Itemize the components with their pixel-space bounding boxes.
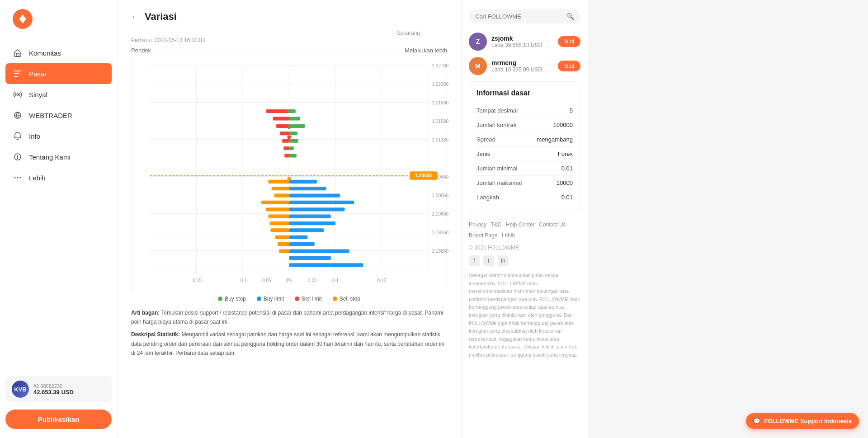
chart-legend: Buy stop Buy limit Sell limit Sell stop xyxy=(131,296,447,302)
sidebar-item-tentang-label: Tentang Kami xyxy=(29,153,71,161)
right-panel: 🔍 Z zsjomk Laba 39,585.13 USD Ikuti M mr… xyxy=(461,0,588,438)
follow-info-2: mrmeng Laba 10,235.00 USD xyxy=(491,59,553,73)
back-button[interactable]: ← xyxy=(131,12,139,22)
sidebar-item-lebih[interactable]: Lebih xyxy=(0,167,117,188)
svg-rect-81 xyxy=(279,249,289,253)
svg-text:-0.05: -0.05 xyxy=(261,278,272,283)
svg-rect-69 xyxy=(289,256,331,260)
variasi-chart: 1.22780 1.22380 1.21980 1.21580 1.21180 … xyxy=(131,56,447,290)
svg-text:1.21980: 1.21980 xyxy=(432,100,448,105)
svg-rect-50 xyxy=(289,154,297,157)
info-val-maksimal: 10000 xyxy=(557,179,573,186)
search-icon: 🔍 xyxy=(566,13,574,20)
info-dasar-title: Informasi dasar xyxy=(476,89,573,97)
main-content: ← Variasi Sekarang Perbarui: 2021-05-13 … xyxy=(118,0,461,438)
info-row-langkah: Langkah 0.01 xyxy=(476,190,573,204)
svg-rect-72 xyxy=(272,187,289,190)
chart-description: Arti bagan: Temukan posisi support / res… xyxy=(131,308,447,358)
facebook-icon[interactable]: f xyxy=(469,255,480,266)
user-follow-card-1: Z zsjomk Laba 39,585.13 USD Ikuti xyxy=(469,33,580,51)
label-pendek: Pendek xyxy=(131,47,151,54)
footer-contact[interactable]: Contact Us xyxy=(539,221,566,228)
info-row-minimal: Jumlah minimal 0.01 xyxy=(476,161,573,176)
footer-links: Privacy T&C Help Center Contact Us Brand… xyxy=(469,219,580,241)
search-bar[interactable]: 🔍 xyxy=(469,9,580,24)
info-key-kontrak: Jumlah kontrak xyxy=(476,122,516,128)
signal-icon xyxy=(13,89,23,99)
user-info: #2 60082230 42,653.39 USD xyxy=(33,383,74,396)
sidebar-item-komunitas[interactable]: Komunitas xyxy=(0,42,117,63)
footer-tnc[interactable]: T&C xyxy=(491,221,501,228)
info-val-spread: mengambang xyxy=(537,136,573,143)
svg-rect-65 xyxy=(289,228,324,232)
update-time: Perbarui: 2021-05-13 16:00:03 xyxy=(131,37,447,43)
info-row-spread: Spread mengambang xyxy=(476,132,573,147)
more-icon xyxy=(13,173,23,183)
svg-rect-46 xyxy=(289,124,305,128)
svg-text:1.19660: 1.19660 xyxy=(432,212,448,217)
follow-avatar-1: Z xyxy=(469,33,487,51)
publish-button[interactable]: Publikasikan xyxy=(5,410,112,429)
search-input[interactable] xyxy=(475,13,563,20)
bell-icon xyxy=(13,131,23,141)
copyright: © 2021 FOLLOWME xyxy=(469,245,580,251)
app-logo[interactable] xyxy=(13,9,33,29)
ikuti-button-1[interactable]: Ikuti xyxy=(558,36,580,47)
footer-lebih[interactable]: Lebih xyxy=(502,232,515,239)
svg-text:0.15: 0.15 xyxy=(377,278,387,283)
user-card[interactable]: KVB #2 60082230 42,653.39 USD xyxy=(5,376,112,402)
sidebar-item-komunitas-label: Komunitas xyxy=(29,49,61,57)
info-icon xyxy=(13,152,23,162)
footer-privacy[interactable]: Privacy xyxy=(469,221,486,228)
info-val-minimal: 0.01 xyxy=(561,165,573,172)
sidebar-item-info[interactable]: Info xyxy=(0,126,117,146)
sidebar-item-pasar-label: Pasar xyxy=(29,70,47,78)
svg-rect-75 xyxy=(266,207,289,211)
svg-rect-64 xyxy=(289,221,336,225)
svg-rect-48 xyxy=(289,139,299,142)
sell-limit-label: Sell limit xyxy=(302,296,322,302)
svg-rect-59 xyxy=(289,187,326,190)
svg-rect-47 xyxy=(289,132,297,135)
svg-point-1 xyxy=(20,17,25,21)
chat-support-button[interactable]: 💬 FOLLOWME Support Indonesia xyxy=(746,413,859,429)
svg-text:1.19260: 1.19260 xyxy=(432,230,448,235)
info-dasar: Informasi dasar Tempat desimal 5 Jumlah … xyxy=(469,81,580,212)
twitter-icon[interactable]: t xyxy=(483,255,494,266)
sidebar-item-sinyal[interactable]: Sinyal xyxy=(0,84,117,105)
svg-rect-76 xyxy=(268,215,289,218)
svg-text:1.22380: 1.22380 xyxy=(432,82,448,87)
info-key-jenis: Jenis xyxy=(476,151,490,157)
svg-text:1.21180: 1.21180 xyxy=(432,137,448,142)
svg-rect-74 xyxy=(261,201,289,204)
footer-brand[interactable]: Brand Page xyxy=(469,232,497,239)
svg-rect-5 xyxy=(14,76,18,77)
sidebar-item-pasar[interactable]: Pasar xyxy=(5,63,112,84)
svg-text:-0.1: -0.1 xyxy=(239,278,247,283)
svg-text:1.21580: 1.21580 xyxy=(432,119,448,124)
linkedin-icon[interactable]: in xyxy=(498,255,509,266)
sidebar: Komunitas Pasar xyxy=(0,0,118,438)
footer-help[interactable]: Help Center xyxy=(506,221,535,228)
svg-text:-0.15: -0.15 xyxy=(191,278,202,283)
buy-stop-label: Buy stop xyxy=(225,296,246,302)
buy-limit-dot xyxy=(257,297,261,301)
svg-point-85 xyxy=(287,177,291,181)
legend-buy-limit: Buy limit xyxy=(257,296,284,302)
ikuti-button-2[interactable]: Ikuti xyxy=(558,61,580,71)
svg-rect-2 xyxy=(16,53,19,57)
sidebar-item-lebih-label: Lebih xyxy=(29,174,46,182)
svg-text:0%: 0% xyxy=(286,278,292,283)
sidebar-bottom: KVB #2 60082230 42,653.39 USD Publikasik… xyxy=(0,376,117,429)
sidebar-item-webtrader[interactable]: WEBTRADER xyxy=(0,105,117,126)
info-key-langkah: Langkah xyxy=(476,194,499,201)
info-key-minimal: Jumlah minimal xyxy=(476,165,517,172)
follow-laba-2: Laba 10,235.00 USD xyxy=(491,66,553,73)
legend-sell-limit: Sell limit xyxy=(295,296,322,302)
sidebar-item-tentang[interactable]: Tentang Kami xyxy=(0,146,117,167)
info-key-maksimal: Jumlah maksimal xyxy=(476,179,522,186)
svg-rect-67 xyxy=(289,242,315,246)
user-rank: #2 60082230 xyxy=(33,383,74,389)
follow-name-1: zsjomk xyxy=(491,35,553,42)
svg-rect-71 xyxy=(268,180,289,184)
